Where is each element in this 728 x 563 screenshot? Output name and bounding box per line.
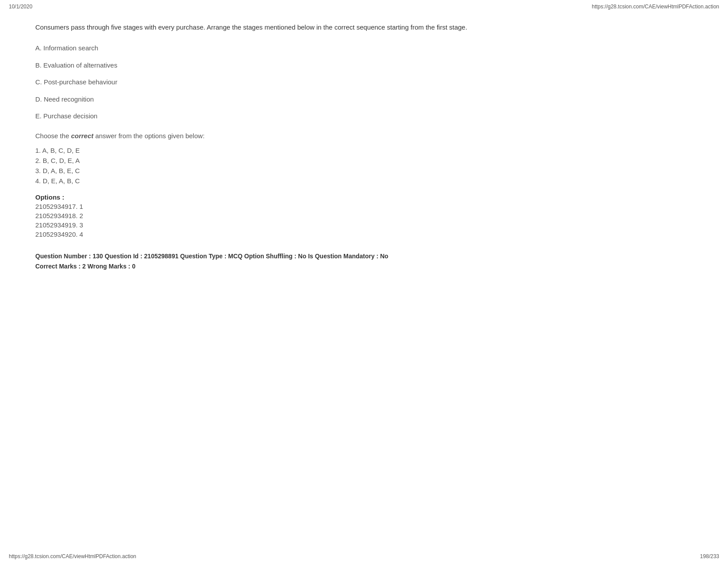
choose-prefix: Choose the: [35, 132, 71, 140]
option-entry: 21052934920. 4: [35, 230, 494, 238]
question-meta: Question Number : 130 Question Id : 2105…: [35, 251, 494, 272]
options-section: Options : 21052934917. 1 21052934918. 2 …: [35, 193, 494, 238]
footer-right: 198/233: [700, 553, 719, 559]
header-url: https://g28.tcsion.com/CAE/viewHtmlPDFAc…: [592, 4, 719, 10]
list-item: E. Purchase decision: [35, 111, 494, 121]
meta-line1: Question Number : 130 Question Id : 2105…: [35, 251, 494, 262]
list-item: 2. B, C, D, E, A: [35, 157, 494, 164]
list-item: C. Post-purchase behaviour: [35, 77, 494, 87]
header-date: 10/1/2020: [9, 4, 32, 10]
list-item: A. Information search: [35, 43, 494, 53]
list-item: B. Evaluation of alternatives: [35, 60, 494, 71]
list-item: 1. A, B, C, D, E: [35, 147, 494, 154]
option-entry: 21052934918. 2: [35, 212, 494, 219]
question-intro: Consumers pass through five stages with …: [35, 22, 494, 33]
question-items: A. Information search B. Evaluation of a…: [35, 43, 494, 121]
answer-options-list: 1. A, B, C, D, E 2. B, C, D, E, A 3. D, …: [35, 147, 494, 185]
choose-instruction: Choose the correct answer from the optio…: [35, 132, 494, 140]
option-entry: 21052934919. 3: [35, 221, 494, 229]
option-entry: 21052934917. 1: [35, 203, 494, 210]
choose-bold: correct: [71, 132, 94, 140]
meta-line2: Correct Marks : 2 Wrong Marks : 0: [35, 261, 494, 272]
footer-left: https://g28.tcsion.com/CAE/viewHtmlPDFAc…: [9, 553, 136, 559]
list-item: 4. D, E, A, B, C: [35, 177, 494, 185]
list-item: D. Need recognition: [35, 94, 494, 105]
choose-suffix: answer from the options given below:: [94, 132, 205, 140]
options-label: Options :: [35, 193, 494, 201]
list-item: 3. D, A, B, E, C: [35, 167, 494, 174]
